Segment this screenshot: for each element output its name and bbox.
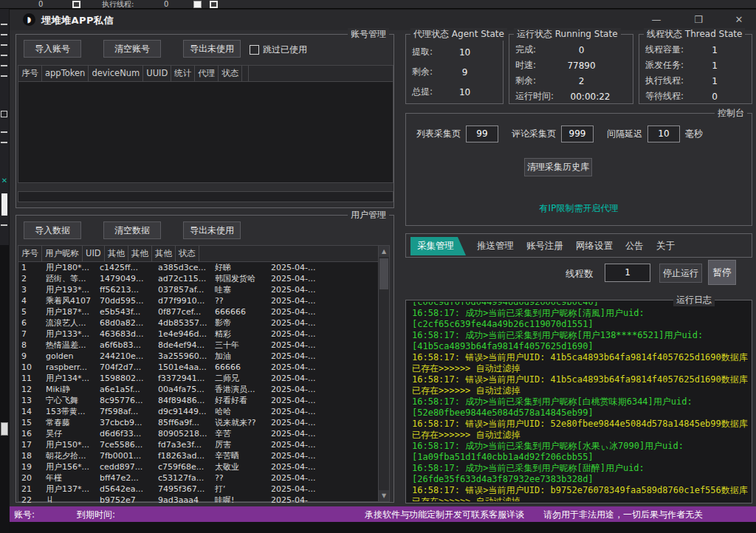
state-row-label: 提取: xyxy=(412,46,433,58)
clear-history-button[interactable]: 清理采集历史库 xyxy=(524,158,592,176)
console-group: 控制台 列表采集页 99 评论采集页 999 xyxy=(405,113,752,226)
toolbar-glyph-icon xyxy=(1,65,7,66)
user-action-button[interactable]: 导入数据 xyxy=(24,221,81,239)
table-row[interactable]: 2 踎街、等... 1479049... ad72c115... 韩国发货哈 2… xyxy=(18,273,378,284)
cell-other: 2025-04-... xyxy=(268,273,322,284)
table-row[interactable]: 6 流浪艺人... 68d0a82... 4db85357... 影帝 2025… xyxy=(18,317,378,329)
table-row[interactable]: 1 用户180*... c1425ff... a385d3ce... 好睇 20… xyxy=(18,262,378,273)
skip-used-checkbox[interactable] xyxy=(250,45,259,55)
thread-count-input[interactable]: 1 xyxy=(605,264,650,282)
table-row[interactable]: 11 用户134*... 1598802... f3372941... 二师兄 … xyxy=(18,373,378,384)
user-column-header[interactable]: 其他 xyxy=(105,246,128,261)
cell-other: fd7a3e3f... xyxy=(155,439,212,450)
background-exec-thread-label: 执行线程: xyxy=(102,0,134,8)
table-row[interactable]: 13 宁心飞舞 8c95776... 84f89486... 好看好看 2025… xyxy=(18,395,378,406)
run-log-body[interactable]: [c00c9df0f0d0449946d0d92000c9b0c40]16:58… xyxy=(412,302,748,501)
cell-uid: bff47e2... xyxy=(97,472,155,484)
state-row: 提取:10 xyxy=(412,42,497,62)
table-row[interactable]: 19 用户156*... cedd897... c759f68e... 太敬业 … xyxy=(18,461,378,472)
log-line: 16:58:17: 成功>当前已采集到用户昵称[用户138****6521]用户… xyxy=(412,330,748,341)
toolbar-glyph-icon xyxy=(1,24,7,25)
user-column-header[interactable]: UID xyxy=(83,246,105,261)
user-column-header[interactable]: 状态 xyxy=(176,246,199,261)
table-row[interactable]: 4 乘着风4107 70dd595... d77f9910... ?? 2025… xyxy=(18,295,378,306)
table-row[interactable]: 15 常春藤 37cbcb9... 85ff6a9f... 说来就来?? 202… xyxy=(18,417,378,428)
account-column-header[interactable]: 统计 xyxy=(171,66,195,81)
table-row[interactable]: 12 Miki静 a6e1a5f... 00a4fa75... 香港演员... … xyxy=(18,384,378,395)
tab-item[interactable]: 采集管理 xyxy=(410,237,466,255)
account-column-header[interactable]: appToken xyxy=(42,66,89,81)
tab-item[interactable]: 公告 xyxy=(624,237,645,255)
table-row[interactable]: 10 raspberr... 704f2d7... 1501e4aa... 66… xyxy=(18,362,378,373)
pause-button[interactable]: 暂停 xyxy=(708,260,736,285)
account-table[interactable]: 序号appTokendeviceNumUUID统计代理状态 xyxy=(18,65,394,183)
table-row[interactable]: 22 丩 b9752e7 9ad3aaa4 哇喔! 2025-04- xyxy=(18,495,378,503)
tab-item[interactable]: 关于 xyxy=(655,237,676,255)
console-field-input[interactable]: 99 xyxy=(466,125,498,142)
account-action-button[interactable]: 导出未使用 xyxy=(183,40,241,58)
user-action-button[interactable]: 清空数据 xyxy=(103,221,161,239)
cell-other: 2025-04-... xyxy=(268,262,322,273)
account-table-hscrollbar[interactable] xyxy=(18,191,394,202)
cell-nickname: Miki静 xyxy=(43,384,97,395)
user-column-header[interactable]: 其他 xyxy=(152,246,176,261)
toolbar-glyph-icon xyxy=(1,142,7,143)
background-spinner-icon xyxy=(72,1,80,8)
user-column-header[interactable]: 用户昵称 xyxy=(42,246,83,261)
cell-status xyxy=(322,317,378,329)
table-row[interactable]: 5 用户187*... e5b543f... 0f877cef... 66666… xyxy=(18,306,378,317)
tab-item[interactable]: 推送管理 xyxy=(475,237,515,255)
user-column-header[interactable]: 序号 xyxy=(18,246,42,261)
console-field: 列表采集页 99 xyxy=(416,125,504,142)
table-row[interactable]: 17 用户150*... 7ce5586... fd7a3e3f... 厉害 2… xyxy=(18,439,378,450)
maximize-button[interactable]: ❒ xyxy=(687,13,709,27)
account-manager-group-label: 账号管理 xyxy=(348,28,389,41)
state-row-value: 9 xyxy=(433,67,497,78)
user-table[interactable]: 序号用户昵称UID其他其他其他状态 1 用户180*... c1425ff...… xyxy=(18,245,378,502)
table-row[interactable]: 3 用户193*... ff56213... 037857af... 哇塞 20… xyxy=(18,284,378,295)
cell-other: f3372941... xyxy=(155,373,212,384)
table-row[interactable]: 20 年槿 bff47e2... c53127fa... ?? 2025-04-… xyxy=(18,472,378,484)
table-row[interactable]: 16 昊仔 d6d6f33... 80905218... 辛苦 2025-04-… xyxy=(18,428,378,439)
table-row[interactable]: 21 用户137*... d5642ea... 7495f367... 打‘ 2… xyxy=(18,484,378,495)
tab-bar: 采集管理推送管理账号注册网络设置公告关于 xyxy=(405,233,752,258)
skip-used-checkbox-wrap[interactable]: 跳过已使用 xyxy=(250,44,307,56)
cell-status xyxy=(322,472,378,484)
cell-uid: e5b543f... xyxy=(97,306,155,317)
cell-index: 18 xyxy=(18,450,43,461)
cell-index: 11 xyxy=(18,373,43,384)
account-column-header[interactable]: 序号 xyxy=(18,66,42,81)
user-column-header[interactable]: 其他 xyxy=(128,246,152,261)
state-row-label: 运行时间: xyxy=(515,90,554,103)
log-line: 16:58:17: 错误>当前用户UID: b9752e76078349faa5… xyxy=(412,485,748,501)
account-column-header[interactable]: deviceNum xyxy=(89,66,143,81)
account-action-button[interactable]: 导入账号 xyxy=(24,40,81,58)
close-button[interactable]: ✕ xyxy=(728,13,750,27)
account-column-header[interactable] xyxy=(242,66,249,81)
table-row[interactable]: 9 golden 244210e... 3a255960... 加油 2025-… xyxy=(18,351,378,362)
scroll-down-icon[interactable]: ▼ xyxy=(379,490,389,501)
account-action-button[interactable]: 清空账号 xyxy=(103,40,161,58)
user-table-vscrollbar[interactable]: ▲ ▼ xyxy=(378,245,390,502)
account-column-header[interactable]: UUID xyxy=(143,66,171,81)
scroll-up-icon[interactable]: ▲ xyxy=(379,246,389,257)
scrollbar-thumb[interactable] xyxy=(379,258,388,289)
table-row[interactable]: 8 热情温差... a6f6b83... 8de4ef94... 三十年 202… xyxy=(18,340,378,351)
account-column-header[interactable]: 代理 xyxy=(195,66,219,81)
console-field-input[interactable]: 999 xyxy=(561,125,594,142)
table-row[interactable]: 18 朝花夕拾... 7fb0001... f18263ad... 辛苦晒 20… xyxy=(18,450,378,461)
tab-item[interactable]: 网络设置 xyxy=(574,237,614,255)
toolbar-x-icon: ✕ xyxy=(0,177,9,185)
table-row[interactable]: 14 153带黄... 7f598af... d9c91449... 哈哈 20… xyxy=(18,406,378,417)
table-row[interactable]: 7 用户133*... 463683d... 1e4e946d... 精彩 20… xyxy=(18,329,378,340)
status-expiry-label: 到期时间: xyxy=(77,509,115,521)
console-field-input[interactable]: 10 xyxy=(647,125,680,142)
account-column-header[interactable]: 状态 xyxy=(219,66,242,81)
stop-run-button[interactable]: 停止运行 xyxy=(659,264,702,283)
user-action-button[interactable]: 导出未使用 xyxy=(183,221,241,239)
thread-count-label: 线程数 xyxy=(566,268,594,281)
minimize-button[interactable]: — xyxy=(645,13,667,27)
run-log-lines: [c00c9df0f0d0449946d0d92000c9b0c40]16:58… xyxy=(412,302,748,501)
state-row-label: 剩余: xyxy=(515,75,536,87)
tab-item[interactable]: 账号注册 xyxy=(525,237,565,255)
